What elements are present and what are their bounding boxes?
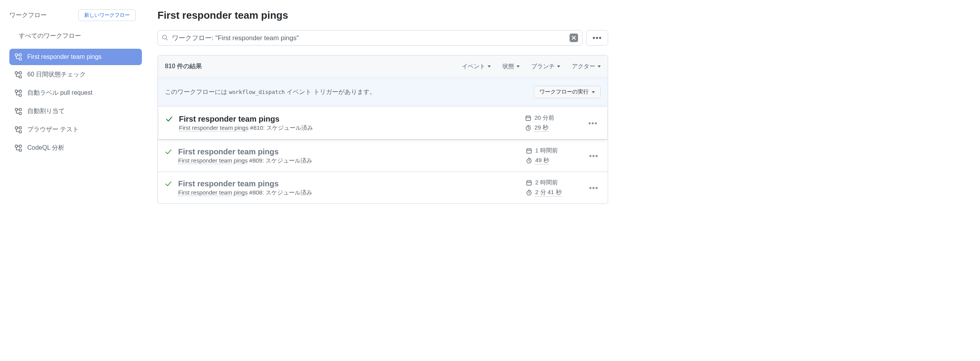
run-duration: 49 秒 xyxy=(526,157,549,165)
sidebar-item-codeql[interactable]: CodeQL 分析 xyxy=(9,139,142,157)
kebab-icon: ••• xyxy=(593,34,602,42)
svg-rect-13 xyxy=(19,127,21,129)
page-title: First responder team pings xyxy=(157,9,608,21)
svg-rect-4 xyxy=(19,72,21,74)
calendar-icon xyxy=(526,148,532,154)
svg-rect-6 xyxy=(15,90,18,92)
caret-down-icon xyxy=(488,65,491,67)
svg-rect-3 xyxy=(15,72,18,74)
filter-input[interactable] xyxy=(172,34,566,42)
run-more-button[interactable]: ••• xyxy=(587,184,601,192)
run-workflow-button[interactable]: ワークフローの実行 xyxy=(534,86,601,98)
stopwatch-icon xyxy=(526,189,532,196)
sidebar-item-auto-assign[interactable]: 自動割り当て xyxy=(9,103,142,120)
sidebar-item-60-day-check[interactable]: 60 日間状態チェック xyxy=(9,66,142,83)
workflow-icon xyxy=(15,90,22,97)
calendar-icon xyxy=(525,115,531,121)
run-duration: 29 秒 xyxy=(525,124,548,132)
svg-rect-17 xyxy=(19,149,21,151)
svg-rect-0 xyxy=(15,54,18,56)
svg-rect-16 xyxy=(19,145,21,147)
caret-down-icon xyxy=(592,91,595,93)
sidebar: ワークフロー 新しいワークフロー すべてのワークフロー First respon… xyxy=(9,9,148,361)
sidebar-item-label: CodeQL 分析 xyxy=(27,144,64,152)
run-subtitle: First responder team pings #810: スケジュール済… xyxy=(179,124,519,132)
svg-point-18 xyxy=(163,35,166,39)
svg-rect-15 xyxy=(15,145,18,147)
dispatch-text: このワークフローには workflow_dispatch イベント トリガーがあ… xyxy=(165,88,376,96)
run-more-button[interactable]: ••• xyxy=(586,119,600,127)
kebab-icon: ••• xyxy=(589,152,598,160)
svg-rect-12 xyxy=(15,127,18,129)
sidebar-item-label: 60 日間状態チェック xyxy=(27,71,86,79)
check-success-icon xyxy=(165,180,172,189)
svg-rect-7 xyxy=(19,90,21,92)
run-more-button[interactable]: ••• xyxy=(587,152,601,160)
sidebar-item-label: ブラウザー テスト xyxy=(27,126,79,134)
calendar-icon xyxy=(526,180,532,186)
filter-event[interactable]: イベント xyxy=(462,63,491,70)
sidebar-item-label: 自動ラベル pull request xyxy=(27,89,92,97)
sidebar-item-label: すべてのワークフロー xyxy=(19,32,81,40)
clear-filter-button[interactable] xyxy=(570,34,578,42)
new-workflow-button[interactable]: 新しいワークフロー xyxy=(78,9,136,21)
check-success-icon xyxy=(166,116,173,124)
run-title: First responder team pings xyxy=(179,115,519,124)
svg-rect-8 xyxy=(19,94,21,96)
search-icon xyxy=(162,34,168,42)
workflow-icon xyxy=(15,53,22,60)
run-subtitle: First responder team pings #808: スケジュール済… xyxy=(178,189,520,196)
svg-rect-9 xyxy=(15,108,18,111)
run-title: First responder team pings xyxy=(178,147,520,156)
caret-down-icon xyxy=(517,65,520,67)
run-time: 20 分前 xyxy=(525,114,554,122)
filter-branch[interactable]: ブランチ xyxy=(531,63,560,70)
run-row[interactable]: First responder team pings First respond… xyxy=(159,107,607,139)
workflow-icon xyxy=(15,145,22,152)
workflow-icon xyxy=(15,71,22,78)
sidebar-item-first-responder[interactable]: First responder team pings xyxy=(9,49,142,65)
sidebar-item-auto-label-pr[interactable]: 自動ラベル pull request xyxy=(9,84,142,102)
run-time: 1 時間前 xyxy=(526,147,558,154)
workflow-icon xyxy=(15,126,22,133)
more-actions-button[interactable]: ••• xyxy=(586,30,608,46)
sidebar-item-label: 自動割り当て xyxy=(27,107,65,115)
caret-down-icon xyxy=(557,65,560,67)
run-row[interactable]: First responder team pings First respond… xyxy=(158,140,608,172)
filter-actor[interactable]: アクター xyxy=(572,63,601,70)
run-row[interactable]: First responder team pings First respond… xyxy=(158,172,608,204)
results-panel: 810 件の結果 イベント 状態 ブランチ アクター このワークフローには wo… xyxy=(157,55,608,204)
svg-rect-11 xyxy=(19,112,21,115)
caret-down-icon xyxy=(598,65,601,67)
sidebar-item-browser-test[interactable]: ブラウザー テスト xyxy=(9,121,142,138)
svg-rect-1 xyxy=(19,54,21,56)
svg-rect-14 xyxy=(19,131,21,133)
svg-rect-5 xyxy=(19,76,21,78)
check-success-icon xyxy=(165,149,172,157)
sidebar-item-label: First responder team pings xyxy=(27,53,101,60)
filter-input-wrap[interactable] xyxy=(157,30,582,46)
kebab-icon: ••• xyxy=(589,184,598,192)
run-duration: 2 分 41 秒 xyxy=(526,189,562,196)
svg-rect-23 xyxy=(527,181,531,185)
stopwatch-icon xyxy=(526,157,532,164)
results-count: 810 件の結果 xyxy=(165,62,202,71)
svg-rect-19 xyxy=(526,116,531,120)
stopwatch-icon xyxy=(525,125,531,131)
filter-status[interactable]: 状態 xyxy=(502,63,520,70)
svg-rect-2 xyxy=(19,58,21,60)
svg-rect-21 xyxy=(527,149,531,153)
workflow-dispatch-bar: このワークフローには workflow_dispatch イベント トリガーがあ… xyxy=(158,78,608,106)
run-title: First responder team pings xyxy=(178,179,520,188)
sidebar-item-all-workflows[interactable]: すべてのワークフロー xyxy=(9,27,142,45)
workflow-icon xyxy=(15,108,22,115)
sidebar-title: ワークフロー xyxy=(9,11,47,19)
kebab-icon: ••• xyxy=(588,119,598,127)
run-subtitle: First responder team pings #809: スケジュール済… xyxy=(178,157,520,165)
main-content: First responder team pings ••• 810 件の結果 … xyxy=(148,9,608,361)
svg-rect-10 xyxy=(19,108,21,111)
run-time: 2 時間前 xyxy=(526,179,558,186)
